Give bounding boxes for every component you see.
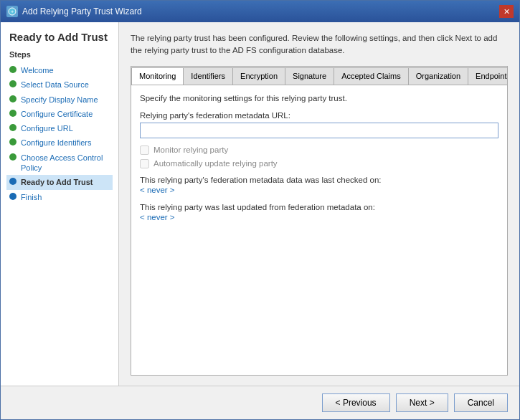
next-button[interactable]: Next >	[396, 393, 448, 412]
sidebar-item-configure-certificate[interactable]: Configure Certificate	[6, 107, 113, 121]
monitoring-description: Specify the monitoring settings for this…	[140, 94, 498, 102]
previous-button[interactable]: < Previous	[322, 393, 390, 412]
wizard-icon: +	[6, 6, 18, 17]
content-area: Ready to Add Trust Steps Welcome Select …	[1, 22, 519, 386]
step-label-configure-url: Configure URL	[21, 123, 73, 133]
sidebar-item-configure-identifiers[interactable]: Configure Identifiers	[6, 135, 113, 150]
step-label-finish: Finish	[21, 192, 42, 202]
sidebar-item-ready-to-add-trust[interactable]: Ready to Add Trust	[6, 175, 113, 189]
main-panel: The relying party trust has been configu…	[119, 22, 519, 386]
monitor-relying-party-checkbox[interactable]	[140, 145, 149, 155]
step-label-choose-access-control: Choose Access Control Policy	[21, 153, 110, 173]
sidebar: Ready to Add Trust Steps Welcome Select …	[1, 22, 119, 386]
monitor-relying-party-row: Monitor relying party	[140, 145, 498, 155]
last-updated-text: This relying party was last updated from…	[140, 203, 498, 211]
cancel-button[interactable]: Cancel	[454, 393, 508, 412]
step-dot-configure-identifiers	[9, 138, 16, 145]
sidebar-item-finish[interactable]: Finish	[6, 190, 113, 204]
tab-container: Monitoring Identifiers Encryption Signat…	[131, 66, 508, 376]
step-dot-configure-url	[9, 124, 16, 131]
federation-metadata-url-input[interactable]	[140, 123, 498, 138]
step-label-select-data-source: Select Data Source	[21, 80, 89, 90]
step-dot-ready-to-add-trust	[9, 178, 16, 185]
step-dot-specify-display-name	[9, 95, 16, 102]
step-label-specify-display-name: Specify Display Name	[21, 95, 98, 105]
title-bar-text: Add Relying Party Trust Wizard	[22, 6, 142, 16]
tab-signature[interactable]: Signature	[285, 67, 334, 85]
tab-identifiers[interactable]: Identifiers	[183, 67, 233, 85]
last-updated-section: This relying party was last updated from…	[140, 203, 498, 221]
tab-content-monitoring: Specify the monitoring settings for this…	[131, 85, 507, 376]
step-dot-choose-access-control	[9, 153, 16, 161]
sidebar-item-select-data-source[interactable]: Select Data Source	[6, 77, 113, 92]
step-label-configure-identifiers: Configure Identifiers	[21, 138, 91, 148]
url-field-label: Relying party's federation metadata URL:	[140, 111, 498, 120]
step-dot-configure-certificate	[9, 110, 16, 117]
last-checked-section: This relying party's federation metadata…	[140, 176, 498, 194]
step-label-ready-to-add-trust: Ready to Add Trust	[21, 177, 93, 187]
auto-update-row: Automatically update relying party	[140, 159, 498, 168]
wizard-window: + Add Relying Party Trust Wizard ✕ Ready…	[0, 0, 520, 420]
last-checked-value: < never >	[140, 186, 498, 194]
tab-endpoints[interactable]: Endpoints	[468, 67, 507, 85]
step-dot-finish	[9, 193, 16, 200]
step-label-welcome: Welcome	[21, 65, 54, 75]
footer: < Previous Next > Cancel	[1, 386, 519, 419]
sidebar-item-welcome[interactable]: Welcome	[6, 63, 113, 77]
page-title: Ready to Add Trust	[6, 31, 113, 43]
step-label-configure-certificate: Configure Certificate	[21, 109, 93, 119]
title-bar: + Add Relying Party Trust Wizard ✕	[1, 1, 519, 22]
auto-update-label: Automatically update relying party	[153, 159, 278, 168]
close-button[interactable]: ✕	[499, 5, 514, 18]
title-bar-left: + Add Relying Party Trust Wizard	[6, 6, 142, 17]
auto-update-checkbox[interactable]	[140, 159, 149, 168]
tab-encryption[interactable]: Encryption	[232, 67, 285, 85]
tab-bar: Monitoring Identifiers Encryption Signat…	[131, 67, 507, 85]
sidebar-item-configure-url[interactable]: Configure URL	[6, 121, 113, 135]
tab-accepted-claims[interactable]: Accepted Claims	[334, 67, 409, 85]
sidebar-item-specify-display-name[interactable]: Specify Display Name	[6, 92, 113, 107]
svg-text:+: +	[11, 9, 14, 15]
monitor-relying-party-label: Monitor relying party	[153, 145, 228, 154]
last-updated-value: < never >	[140, 213, 498, 221]
step-dot-welcome	[9, 66, 16, 73]
step-dot-select-data-source	[9, 80, 16, 87]
tab-organization[interactable]: Organization	[408, 67, 468, 85]
tab-monitoring[interactable]: Monitoring	[131, 67, 184, 85]
last-checked-text: This relying party's federation metadata…	[140, 176, 498, 184]
steps-label: Steps	[6, 50, 113, 59]
intro-text: The relying party trust has been configu…	[131, 32, 508, 57]
sidebar-item-choose-access-control[interactable]: Choose Access Control Policy	[6, 151, 113, 176]
